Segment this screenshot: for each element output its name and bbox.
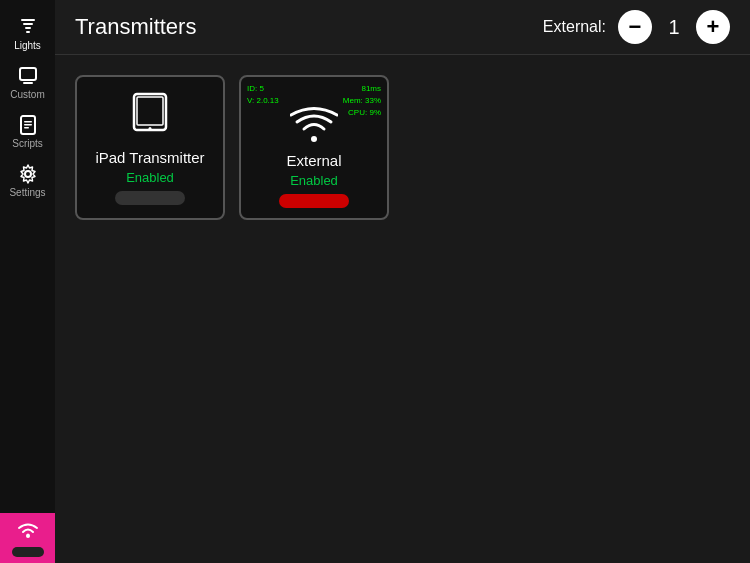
svg-point-11: [26, 534, 30, 538]
cpu-stat: CPU: 9%: [343, 107, 381, 119]
main-content: Transmitters External: − 1 + iPad Transm…: [55, 0, 750, 563]
transmitters-grid: iPad Transmitter Enabled ID: 5 V: 2.0.13…: [55, 55, 750, 563]
svg-point-14: [149, 127, 152, 130]
external-transmitter-card[interactable]: ID: 5 V: 2.0.13 81ms Mem: 33% CPU: 9%: [239, 75, 389, 220]
wifi-bottom-button[interactable]: [0, 513, 55, 563]
stat-right: 81ms Mem: 33% CPU: 9%: [343, 83, 381, 119]
id-stat: ID: 5: [247, 83, 279, 95]
svg-rect-2: [25, 27, 31, 29]
wifi-bottom-icon: [15, 519, 41, 544]
svg-rect-8: [24, 124, 32, 126]
sidebar: Lights Custom Scripts: [0, 0, 55, 563]
version-stat: V: 2.0.13: [247, 95, 279, 107]
svg-rect-4: [20, 68, 36, 80]
svg-point-15: [311, 136, 317, 142]
sidebar-lights-label: Lights: [14, 40, 41, 51]
sidebar-item-lights[interactable]: Lights: [0, 8, 55, 57]
stat-left: ID: 5 V: 2.0.13: [247, 83, 279, 119]
external-card-name: External: [286, 152, 341, 169]
ipad-card-status: Enabled: [126, 170, 174, 185]
external-control: External: − 1 +: [543, 10, 730, 44]
settings-icon: [17, 163, 39, 185]
ipad-transmitter-card[interactable]: iPad Transmitter Enabled: [75, 75, 225, 220]
svg-rect-9: [24, 127, 29, 129]
external-label: External:: [543, 18, 606, 36]
sidebar-item-scripts[interactable]: Scripts: [0, 106, 55, 155]
decrement-button[interactable]: −: [618, 10, 652, 44]
svg-rect-1: [23, 23, 33, 25]
external-card-status: Enabled: [290, 173, 338, 188]
mem-stat: Mem: 33%: [343, 95, 381, 107]
sidebar-custom-label: Custom: [10, 89, 44, 100]
sidebar-scripts-label: Scripts: [12, 138, 43, 149]
lights-icon: [17, 16, 39, 38]
page-title: Transmitters: [75, 14, 543, 40]
increment-button[interactable]: +: [696, 10, 730, 44]
svg-rect-5: [23, 82, 33, 84]
external-count: 1: [664, 16, 684, 39]
ipad-card-button[interactable]: [115, 191, 185, 205]
sidebar-item-custom[interactable]: Custom: [0, 57, 55, 106]
header: Transmitters External: − 1 +: [55, 0, 750, 55]
external-wifi-icon: [290, 106, 338, 146]
sidebar-item-settings[interactable]: Settings: [0, 155, 55, 204]
scripts-icon: [17, 114, 39, 136]
external-card-button[interactable]: [279, 194, 349, 208]
ipad-card-name: iPad Transmitter: [95, 149, 204, 166]
wifi-pill: [12, 547, 44, 557]
svg-rect-3: [26, 31, 30, 33]
ms-stat: 81ms: [343, 83, 381, 95]
sidebar-settings-label: Settings: [9, 187, 45, 198]
svg-rect-7: [24, 121, 32, 123]
svg-point-10: [25, 171, 31, 177]
ipad-icon: [128, 90, 172, 143]
sidebar-bottom: [0, 513, 55, 563]
svg-rect-13: [137, 97, 163, 125]
svg-rect-0: [21, 19, 35, 21]
custom-icon: [17, 65, 39, 87]
